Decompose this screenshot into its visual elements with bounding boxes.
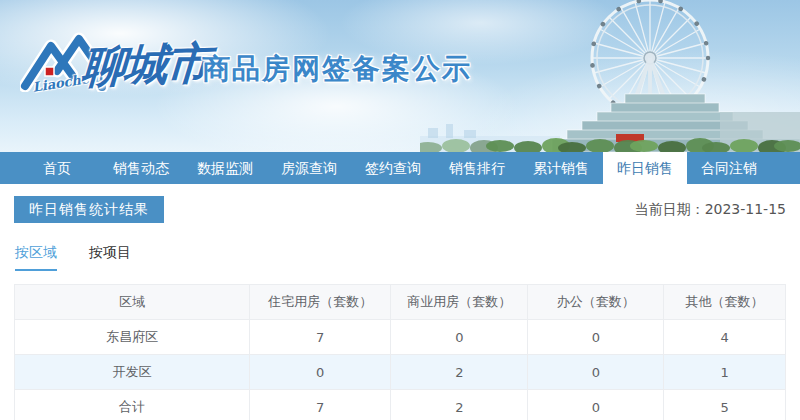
current-date: 当前日期：2023-11-15 [635, 201, 786, 219]
table-cell: 0 [528, 320, 664, 355]
table-cell: 东昌府区 [15, 320, 250, 355]
table-cell: 合计 [15, 390, 250, 420]
nav-item-6[interactable]: 累计销售 [519, 152, 603, 184]
main-nav: 首页销售动态数据监测房源查询签约查询销售排行累计销售昨日销售合同注销 [0, 152, 800, 184]
nav-item-2[interactable]: 数据监测 [183, 152, 267, 184]
column-header: 区域 [15, 285, 250, 320]
table-cell: 7 [250, 390, 391, 420]
column-header: 商业用房（套数） [391, 285, 528, 320]
table-cell: 0 [528, 355, 664, 390]
city-name: 聊城市 [80, 34, 209, 97]
column-header: 住宅用房（套数） [250, 285, 391, 320]
nav-item-0[interactable]: 首页 [15, 152, 99, 184]
table-cell: 4 [664, 320, 786, 355]
column-header: 其他（套数） [664, 285, 786, 320]
table-row: 合计7205 [15, 390, 786, 420]
nav-item-4[interactable]: 签约查询 [351, 152, 435, 184]
table-cell: 0 [250, 355, 391, 390]
tab-1[interactable]: 按项目 [89, 244, 131, 271]
banner: Liaocheng 聊城市 商品房网签备案公示 [0, 0, 800, 152]
banner-scene-illustration [420, 0, 800, 152]
page: Liaocheng 聊城市 商品房网签备案公示 首页销售动态数据监测房源查询签约… [0, 0, 800, 420]
table-cell: 1 [664, 355, 786, 390]
table-cell: 7 [250, 320, 391, 355]
nav-item-7[interactable]: 昨日销售 [603, 152, 687, 184]
stats-table: 区域住宅用房（套数）商业用房（套数）办公（套数）其他（套数） 东昌府区7004开… [14, 284, 786, 420]
view-tabs: 按区域按项目 [14, 244, 786, 271]
column-header: 办公（套数） [528, 285, 664, 320]
table-cell: 2 [391, 355, 528, 390]
nav-item-8[interactable]: 合同注销 [687, 152, 771, 184]
table-cell: 2 [391, 390, 528, 420]
table-cell: 5 [664, 390, 786, 420]
table-cell: 开发区 [15, 355, 250, 390]
nav-item-1[interactable]: 销售动态 [99, 152, 183, 184]
table-cell: 0 [391, 320, 528, 355]
section-head: 昨日销售统计结果 当前日期：2023-11-15 [14, 196, 786, 223]
section-title: 昨日销售统计结果 [14, 196, 164, 223]
tab-0[interactable]: 按区域 [15, 244, 57, 271]
table-cell: 0 [528, 390, 664, 420]
content: 昨日销售统计结果 当前日期：2023-11-15 按区域按项目 区域住宅用房（套… [0, 184, 800, 420]
site-title: 商品房网签备案公示 [202, 50, 472, 88]
nav-item-3[interactable]: 房源查询 [267, 152, 351, 184]
nav-item-5[interactable]: 销售排行 [435, 152, 519, 184]
table-row: 东昌府区7004 [15, 320, 786, 355]
table-row: 开发区0201 [15, 355, 786, 390]
stats-header-row: 区域住宅用房（套数）商业用房（套数）办公（套数）其他（套数） [15, 285, 786, 320]
